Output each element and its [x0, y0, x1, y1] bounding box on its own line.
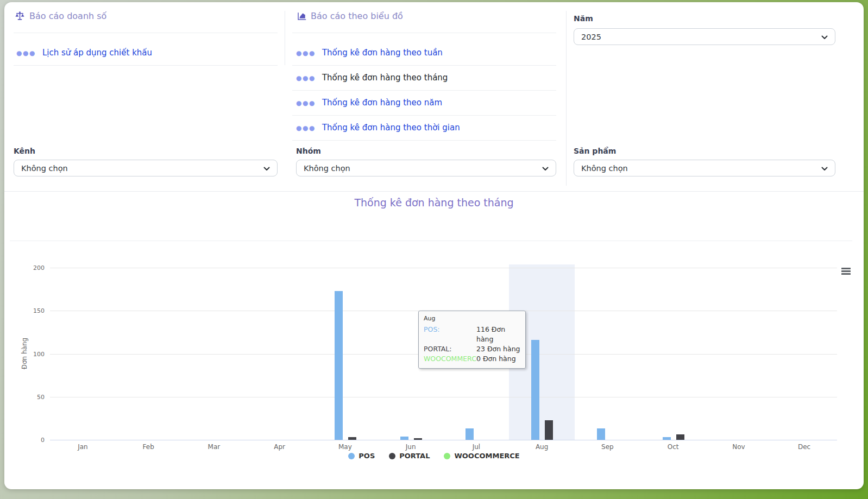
tooltip-series-label: POS:: [424, 325, 476, 344]
chart-tooltip: Aug POS:116 Đơn hàngPORTAL:23 Đơn hàngWO…: [418, 311, 526, 369]
area-chart-icon: [297, 11, 306, 21]
x-tick-label: Apr: [258, 443, 301, 451]
chart-list-item-week[interactable]: ●●● Thống kê đơn hàng theo tuần: [296, 40, 556, 65]
chevron-down-icon: [542, 165, 549, 173]
chart-legend: POSPORTALWOOCOMMERCE: [4, 452, 864, 460]
bar-pos-may[interactable]: [335, 291, 343, 440]
tooltip-series-value: 0 Đơn hàng: [476, 354, 516, 364]
three-dots-icon: ●●●: [16, 49, 36, 56]
gridline: [50, 397, 837, 397]
year-select[interactable]: 2025: [574, 28, 835, 45]
tooltip-row: PORTAL:23 Đơn hàng: [424, 344, 520, 354]
chart-list-item-month[interactable]: ●●● Thống kê đơn hàng theo tháng: [296, 65, 556, 90]
x-tick-label: Feb: [127, 443, 170, 451]
legend-marker-icon: [348, 453, 355, 459]
divider: [292, 33, 556, 33]
legend-label: POS: [358, 452, 375, 460]
channel-select-value: Không chọn: [21, 164, 68, 173]
chart-list-item-year[interactable]: ●●● Thống kê đơn hàng theo năm: [296, 90, 556, 115]
y-axis-title: Đơn hàng: [21, 338, 28, 369]
legend-label: WOOCOMMERCE: [454, 452, 519, 460]
tooltip-row: WOOCOMMERCE:0 Đơn hàng: [424, 354, 520, 364]
sales-panel-title: Báo cáo doanh số: [29, 11, 106, 21]
sales-list-item[interactable]: ●●● Lịch sử áp dụng chiết khấu: [16, 40, 277, 65]
channel-select[interactable]: Không chọn: [14, 160, 278, 176]
x-tick-label: Nov: [717, 443, 760, 451]
three-dots-icon: ●●●: [296, 99, 316, 106]
tooltip-series-label: WOOCOMMERCE:: [424, 354, 476, 364]
x-tick-label: Jul: [455, 443, 498, 451]
chevron-down-icon: [821, 165, 828, 173]
bar-portal-aug[interactable]: [545, 420, 553, 440]
bar-pos-oct[interactable]: [663, 437, 671, 440]
product-select-value: Không chọn: [581, 164, 628, 173]
bar-pos-aug[interactable]: [531, 340, 539, 440]
chart-card-top-border: [10, 241, 852, 241]
bar-pos-sep[interactable]: [597, 428, 605, 440]
channel-filter-label: Kênh: [14, 147, 35, 155]
y-tick-label: 150: [25, 307, 45, 314]
app-card: Báo cáo doanh số ●●● Lịch sử áp dụng chi…: [4, 2, 864, 489]
tooltip-series-label: PORTAL:: [424, 344, 476, 354]
hamburger-menu-icon: [841, 270, 851, 272]
x-tick-label: Sep: [586, 443, 629, 451]
x-tick-label: Mar: [192, 443, 236, 451]
tooltip-category: Aug: [424, 315, 520, 322]
bar-portal-may[interactable]: [348, 437, 356, 440]
year-filter-label: Năm: [574, 14, 593, 23]
page-background: Báo cáo doanh số ●●● Lịch sử áp dụng chi…: [0, 0, 868, 499]
sales-panel-header: Báo cáo doanh số: [15, 11, 106, 21]
chevron-down-icon: [821, 34, 828, 41]
x-axis-line: [50, 440, 837, 440]
chart-panel-header: Báo cáo theo biểu đồ: [297, 11, 403, 21]
year-select-value: 2025: [581, 33, 601, 41]
divider: [14, 33, 278, 33]
tooltip-series-value: 116 Đơn hàng: [476, 325, 520, 344]
group-select-value: Không chọn: [304, 164, 350, 173]
list-item-label[interactable]: Thống kê đơn hàng theo thời gian: [322, 123, 460, 132]
group-select[interactable]: Không chọn: [296, 160, 556, 176]
legend-label: PORTAL: [399, 452, 430, 460]
chart-panel-title: Báo cáo theo biểu đồ: [311, 11, 403, 21]
hamburger-menu-icon: [841, 268, 851, 269]
bar-portal-oct[interactable]: [676, 434, 684, 440]
bar-pos-jul[interactable]: [466, 428, 474, 440]
gridline: [50, 268, 837, 268]
section-divider: [4, 191, 864, 192]
list-item-label[interactable]: Thống kê đơn hàng theo năm: [322, 98, 442, 108]
list-item-label[interactable]: Thống kê đơn hàng theo tuần: [322, 48, 443, 58]
legend-item-portal[interactable]: PORTAL: [389, 452, 430, 460]
legend-item-pos[interactable]: POS: [348, 452, 375, 460]
group-filter-label: Nhóm: [296, 147, 321, 155]
x-tick-label: May: [323, 443, 367, 451]
three-dots-icon: ●●●: [296, 124, 316, 131]
chart-list-item-range[interactable]: ●●● Thống kê đơn hàng theo thời gian: [296, 115, 556, 140]
x-tick-label: Aug: [520, 443, 564, 451]
chart-title: Thống kê đơn hàng theo tháng: [4, 197, 864, 209]
legend-marker-icon: [444, 453, 450, 459]
divider: [14, 65, 278, 66]
bar-pos-jun[interactable]: [400, 437, 408, 440]
x-tick-label: Dec: [783, 443, 826, 451]
hamburger-menu-icon: [841, 273, 851, 275]
list-item-label[interactable]: Lịch sử áp dụng chiết khấu: [42, 48, 152, 58]
y-tick-label: 200: [25, 264, 45, 271]
divider: [292, 140, 556, 141]
three-dots-icon: ●●●: [296, 49, 316, 56]
balance-scale-icon: [15, 11, 25, 21]
list-item-label[interactable]: Thống kê đơn hàng theo tháng: [322, 73, 448, 83]
column-divider: [285, 11, 285, 65]
y-tick-label: 100: [25, 351, 45, 358]
y-tick-label: 50: [25, 394, 45, 401]
product-filter-label: Sản phẩm: [574, 147, 616, 155]
product-select[interactable]: Không chọn: [574, 160, 835, 176]
legend-item-woocommerce[interactable]: WOOCOMMERCE: [444, 452, 519, 460]
x-tick-label: Jan: [61, 443, 104, 451]
legend-marker-icon: [389, 453, 395, 459]
bar-portal-jun[interactable]: [414, 438, 422, 440]
chart-context-menu-button[interactable]: [841, 268, 851, 275]
x-tick-label: Jun: [389, 443, 432, 451]
tooltip-row: POS:116 Đơn hàng: [424, 325, 520, 344]
three-dots-icon: ●●●: [296, 74, 316, 81]
chevron-down-icon: [263, 165, 271, 173]
